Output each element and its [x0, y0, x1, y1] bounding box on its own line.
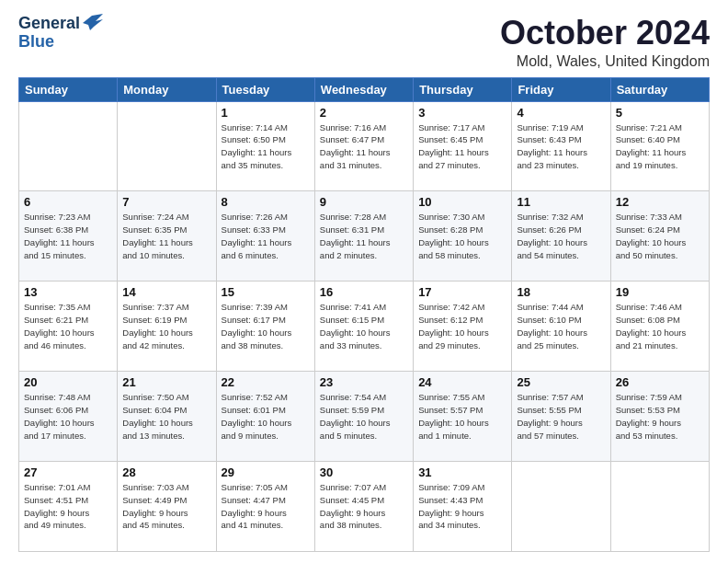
svg-marker-0 [83, 14, 103, 30]
month-title: October 2024 [500, 15, 710, 52]
calendar-cell: 4Sunrise: 7:19 AM Sunset: 6:43 PM Daylig… [512, 101, 610, 191]
day-number: 24 [418, 375, 506, 389]
day-info: Sunrise: 7:46 AM Sunset: 6:08 PM Dayligh… [616, 301, 704, 351]
day-number: 14 [122, 285, 210, 299]
day-info: Sunrise: 7:57 AM Sunset: 5:55 PM Dayligh… [517, 391, 605, 442]
day-info: Sunrise: 7:07 AM Sunset: 4:45 PM Dayligh… [320, 481, 408, 532]
day-info: Sunrise: 7:03 AM Sunset: 4:49 PM Dayligh… [122, 481, 210, 532]
calendar-cell [118, 101, 216, 191]
calendar-cell: 10Sunrise: 7:30 AM Sunset: 6:28 PM Dayli… [414, 191, 512, 282]
logo-bird-icon [83, 14, 103, 30]
day-number: 4 [517, 106, 605, 120]
weekday-header-tuesday: Tuesday [216, 77, 314, 101]
calendar-cell: 21Sunrise: 7:50 AM Sunset: 6:04 PM Dayli… [118, 372, 216, 462]
calendar-cell: 29Sunrise: 7:05 AM Sunset: 4:47 PM Dayli… [216, 462, 314, 552]
calendar-cell: 2Sunrise: 7:16 AM Sunset: 6:47 PM Daylig… [314, 101, 413, 191]
day-number: 16 [320, 285, 408, 299]
day-info: Sunrise: 7:30 AM Sunset: 6:28 PM Dayligh… [418, 211, 506, 261]
week-row-1: 1Sunrise: 7:14 AM Sunset: 6:50 PM Daylig… [19, 101, 710, 191]
day-info: Sunrise: 7:28 AM Sunset: 6:31 PM Dayligh… [320, 211, 408, 261]
calendar-cell: 22Sunrise: 7:52 AM Sunset: 6:01 PM Dayli… [216, 372, 314, 462]
weekday-header-monday: Monday [118, 77, 216, 101]
day-info: Sunrise: 7:14 AM Sunset: 6:50 PM Dayligh… [222, 121, 310, 172]
weekday-header-sunday: Sunday [19, 77, 118, 101]
day-info: Sunrise: 7:41 AM Sunset: 6:15 PM Dayligh… [320, 301, 408, 351]
calendar-cell [19, 101, 118, 191]
calendar-cell: 15Sunrise: 7:39 AM Sunset: 6:17 PM Dayli… [216, 282, 314, 372]
calendar-cell: 8Sunrise: 7:26 AM Sunset: 6:33 PM Daylig… [216, 191, 314, 282]
calendar-cell: 13Sunrise: 7:35 AM Sunset: 6:21 PM Dayli… [19, 282, 118, 372]
day-info: Sunrise: 7:19 AM Sunset: 6:43 PM Dayligh… [517, 121, 605, 172]
weekday-header-friday: Friday [512, 77, 610, 101]
day-info: Sunrise: 7:23 AM Sunset: 6:38 PM Dayligh… [24, 211, 112, 261]
logo: General Blue [18, 15, 103, 52]
day-info: Sunrise: 7:33 AM Sunset: 6:24 PM Dayligh… [616, 211, 704, 261]
day-number: 10 [418, 195, 506, 209]
calendar-cell [512, 462, 610, 552]
calendar-cell: 30Sunrise: 7:07 AM Sunset: 4:45 PM Dayli… [314, 462, 413, 552]
day-number: 18 [517, 285, 605, 299]
calendar-cell: 9Sunrise: 7:28 AM Sunset: 6:31 PM Daylig… [314, 191, 413, 282]
day-info: Sunrise: 7:05 AM Sunset: 4:47 PM Dayligh… [222, 481, 310, 532]
location: Mold, Wales, United Kingdom [500, 53, 710, 70]
day-info: Sunrise: 7:54 AM Sunset: 5:59 PM Dayligh… [320, 391, 408, 442]
calendar-cell: 7Sunrise: 7:24 AM Sunset: 6:35 PM Daylig… [118, 191, 216, 282]
week-row-4: 20Sunrise: 7:48 AM Sunset: 6:06 PM Dayli… [19, 372, 710, 462]
day-info: Sunrise: 7:32 AM Sunset: 6:26 PM Dayligh… [517, 211, 605, 261]
calendar-cell: 20Sunrise: 7:48 AM Sunset: 6:06 PM Dayli… [19, 372, 118, 462]
day-info: Sunrise: 7:35 AM Sunset: 6:21 PM Dayligh… [24, 301, 112, 351]
calendar-cell: 23Sunrise: 7:54 AM Sunset: 5:59 PM Dayli… [314, 372, 413, 462]
day-info: Sunrise: 7:26 AM Sunset: 6:33 PM Dayligh… [222, 211, 310, 261]
calendar-cell: 18Sunrise: 7:44 AM Sunset: 6:10 PM Dayli… [512, 282, 610, 372]
day-info: Sunrise: 7:39 AM Sunset: 6:17 PM Dayligh… [222, 301, 310, 351]
day-info: Sunrise: 7:55 AM Sunset: 5:57 PM Dayligh… [418, 391, 506, 442]
calendar-cell: 12Sunrise: 7:33 AM Sunset: 6:24 PM Dayli… [610, 191, 709, 282]
page: General Blue October 2024 Mold, Wales, U… [0, 0, 728, 563]
calendar-cell: 27Sunrise: 7:01 AM Sunset: 4:51 PM Dayli… [19, 462, 118, 552]
calendar-cell: 3Sunrise: 7:17 AM Sunset: 6:45 PM Daylig… [414, 101, 512, 191]
day-number: 2 [320, 106, 408, 120]
day-info: Sunrise: 7:17 AM Sunset: 6:45 PM Dayligh… [418, 121, 506, 172]
calendar-cell: 1Sunrise: 7:14 AM Sunset: 6:50 PM Daylig… [216, 101, 314, 191]
day-number: 25 [517, 375, 605, 389]
day-number: 11 [517, 195, 605, 209]
day-number: 13 [24, 285, 112, 299]
day-info: Sunrise: 7:44 AM Sunset: 6:10 PM Dayligh… [517, 301, 605, 351]
week-row-2: 6Sunrise: 7:23 AM Sunset: 6:38 PM Daylig… [19, 191, 710, 282]
weekday-header-thursday: Thursday [414, 77, 512, 101]
calendar-cell: 31Sunrise: 7:09 AM Sunset: 4:43 PM Dayli… [414, 462, 512, 552]
day-number: 28 [122, 465, 210, 479]
calendar-cell: 11Sunrise: 7:32 AM Sunset: 6:26 PM Dayli… [512, 191, 610, 282]
day-info: Sunrise: 7:48 AM Sunset: 6:06 PM Dayligh… [24, 391, 112, 442]
logo-general: General [18, 15, 80, 33]
day-number: 19 [616, 285, 704, 299]
day-number: 12 [616, 195, 704, 209]
day-number: 30 [320, 465, 408, 479]
day-number: 1 [222, 106, 310, 120]
logo-blue: Blue [18, 33, 54, 52]
day-number: 15 [222, 285, 310, 299]
calendar-cell: 25Sunrise: 7:57 AM Sunset: 5:55 PM Dayli… [512, 372, 610, 462]
weekday-header-wednesday: Wednesday [314, 77, 413, 101]
day-number: 5 [616, 106, 704, 120]
calendar-cell: 24Sunrise: 7:55 AM Sunset: 5:57 PM Dayli… [414, 372, 512, 462]
day-info: Sunrise: 7:24 AM Sunset: 6:35 PM Dayligh… [122, 211, 210, 261]
day-number: 8 [222, 195, 310, 209]
day-number: 20 [24, 375, 112, 389]
calendar-cell [610, 462, 709, 552]
day-number: 9 [320, 195, 408, 209]
day-info: Sunrise: 7:37 AM Sunset: 6:19 PM Dayligh… [122, 301, 210, 351]
calendar-cell: 16Sunrise: 7:41 AM Sunset: 6:15 PM Dayli… [314, 282, 413, 372]
header: General Blue October 2024 Mold, Wales, U… [18, 15, 710, 70]
weekday-header-row: SundayMondayTuesdayWednesdayThursdayFrid… [19, 77, 710, 101]
title-section: October 2024 Mold, Wales, United Kingdom [500, 15, 710, 70]
day-number: 6 [24, 195, 112, 209]
day-number: 17 [418, 285, 506, 299]
weekday-header-saturday: Saturday [610, 77, 709, 101]
day-info: Sunrise: 7:16 AM Sunset: 6:47 PM Dayligh… [320, 121, 408, 172]
day-info: Sunrise: 7:59 AM Sunset: 5:53 PM Dayligh… [616, 391, 704, 442]
day-number: 3 [418, 106, 506, 120]
calendar-cell: 26Sunrise: 7:59 AM Sunset: 5:53 PM Dayli… [610, 372, 709, 462]
week-row-3: 13Sunrise: 7:35 AM Sunset: 6:21 PM Dayli… [19, 282, 710, 372]
day-info: Sunrise: 7:50 AM Sunset: 6:04 PM Dayligh… [122, 391, 210, 442]
